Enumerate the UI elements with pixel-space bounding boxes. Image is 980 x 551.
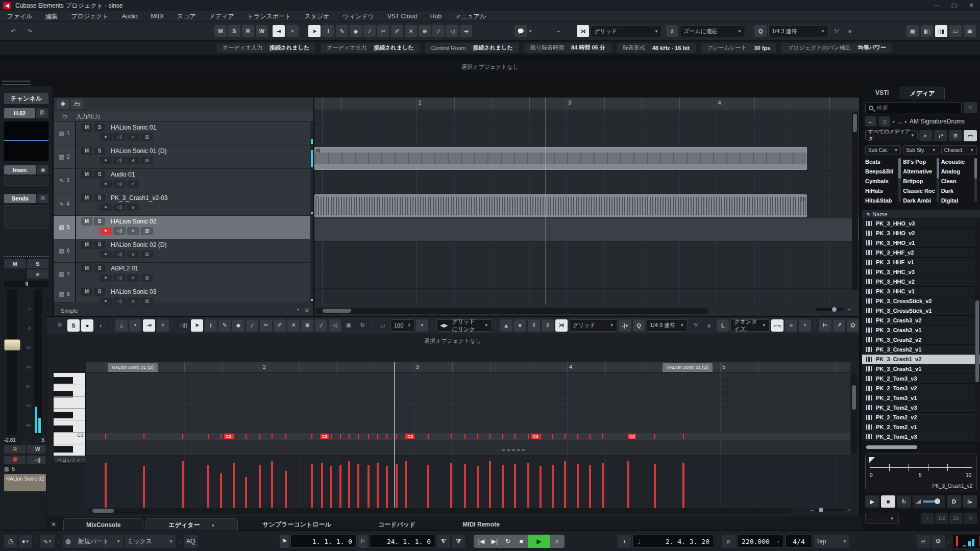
auto-quantize-button[interactable]: AQ — [184, 535, 198, 548]
filter-item[interactable]: Dark Ambi — [903, 196, 939, 206]
track-record-enable-button[interactable]: ● — [100, 227, 112, 235]
track-midi-keyboard-icon[interactable]: ▥ — [141, 133, 153, 141]
media-type-filter-select[interactable]: すべてのメディアタ.▼ — [865, 130, 918, 140]
lower-zone-tab-1[interactable]: エディター▼ — [145, 518, 238, 531]
transpose-octave-down-icon[interactable]: ⇩ — [542, 319, 554, 332]
track-edit-button[interactable]: e — [127, 297, 139, 305]
draw-tool[interactable]: ✎ — [336, 25, 348, 37]
media-file-row[interactable]: PK_2_Tom2_v2 — [862, 413, 980, 422]
midi-note[interactable] — [477, 434, 479, 439]
menu-11[interactable]: Hub — [430, 13, 442, 20]
velocity-bar[interactable] — [577, 464, 579, 508]
file-list-hscrollbar[interactable] — [865, 445, 977, 449]
filter-column-select-0[interactable]: Sub Cat.▼ — [865, 145, 901, 155]
comment-caret-icon[interactable]: ▼ — [528, 29, 532, 34]
track-solo-button[interactable]: S — [94, 123, 105, 132]
editor-zoom-control[interactable]: −＋ — [811, 506, 852, 514]
midi-note[interactable] — [396, 434, 398, 439]
quantize-preset-select[interactable]: クオンタイズ.▼ — [730, 319, 770, 332]
midi-note[interactable] — [464, 434, 466, 439]
track-monitor-button[interactable]: ◁) — [113, 251, 126, 258]
track-name[interactable]: HALion Sonic 01 — [111, 124, 156, 131]
track-body[interactable]: MSHALion Sonic 03●◁)e▥ — [76, 286, 310, 302]
editor-record-button[interactable]: ● — [81, 319, 93, 332]
filter-item[interactable]: Alternative — [903, 167, 939, 177]
write-automation-button[interactable]: W — [27, 445, 49, 454]
track-name[interactable]: ABPL2 01 — [111, 265, 138, 272]
filter-item[interactable]: Clean — [941, 177, 977, 186]
half-speed-button[interactable]: 1/2 — [935, 513, 948, 524]
filter-item[interactable]: Beats — [865, 157, 901, 167]
track-body[interactable]: MSABPL2 01●◁)e▥ — [76, 263, 310, 286]
filter-column-select-1[interactable]: Sub Sty.▼ — [903, 145, 939, 155]
velocity-bar[interactable] — [377, 463, 379, 508]
browse-back-icon[interactable]: ← — [865, 116, 876, 127]
media-file-row[interactable]: PK_3_Crash2_v1 — [862, 345, 980, 355]
undo-icon[interactable]: ↶ — [7, 25, 19, 37]
track-edit-button[interactable]: e — [127, 204, 139, 211]
preview-loop-button[interactable]: ↻ — [897, 495, 911, 508]
results-list-view-icon[interactable]: ≡ — [964, 102, 977, 113]
part-name-tab-0[interactable]: HALion Sonic 01 (D) — [108, 363, 158, 372]
editor-ruler[interactable]: 2345HALion Sonic 01 (D)HALion Sonic 01 (… — [86, 362, 850, 373]
insert-slot[interactable] — [4, 177, 48, 186]
track-body[interactable]: MSHALion Sonic 02●◁)e▥ — [76, 216, 310, 239]
media-search-box[interactable] — [865, 102, 962, 113]
read-all-button[interactable]: R — [242, 25, 254, 37]
preview-play-button[interactable]: ▶ — [865, 495, 879, 508]
track-mute-button[interactable]: M — [81, 217, 92, 226]
left-locator-flag-icon[interactable]: ⚑ — [280, 535, 289, 548]
media-file-row[interactable]: PK_2_Tom3_v2 — [862, 384, 980, 393]
lower-zone-tab-3[interactable]: コードパッド — [356, 518, 438, 531]
midi-note[interactable] — [552, 434, 554, 439]
iterative-quantize-icon[interactable]: ⅟ — [830, 25, 842, 37]
menu-5[interactable]: スコア — [177, 12, 196, 21]
status-badge-3[interactable]: 残り録音時間84 時間 05 分 — [524, 43, 611, 53]
preview-waveform[interactable]: 0 5 10 PK_3_Crash1_v2 — [865, 454, 977, 491]
editor-split-tool[interactable]: ✂ — [260, 319, 272, 332]
punch-out-icon[interactable]: ⧩ — [452, 535, 465, 548]
zones-setup-icon[interactable]: ▣ — [964, 25, 976, 37]
go-to-start-button[interactable]: |◀ — [475, 535, 488, 548]
insert-velocity-value[interactable]: 100⇕ — [390, 319, 414, 332]
autoplay-button[interactable]: D — [947, 495, 961, 508]
editor-indicate-icon[interactable]: ⊢ — [819, 319, 831, 332]
velocity-bar[interactable] — [552, 465, 554, 508]
sends-bypass-icon[interactable]: ✉ — [37, 194, 48, 203]
lower-zone-tab-2[interactable]: サンプラーコントロール — [240, 518, 354, 531]
status-badge-0[interactable]: オーディオ入力接続されました — [216, 43, 315, 53]
filter-item[interactable]: Classic Roc — [903, 186, 939, 196]
track-mute-button[interactable]: M — [81, 147, 92, 155]
transpose-down-icon[interactable]: ▼ — [514, 319, 526, 332]
velocity-bar[interactable] — [502, 465, 504, 508]
editor-comp-tool[interactable]: ∕ — [315, 319, 327, 332]
menu-7[interactable]: トランスポート — [248, 12, 291, 21]
channel-preset-button[interactable]: H.02 — [4, 108, 35, 118]
metronome-button[interactable]: ⍾ — [917, 535, 930, 548]
velocity-bar[interactable] — [405, 461, 407, 508]
track-midi-keyboard-icon[interactable]: ▥ — [141, 297, 153, 305]
track-edit-button[interactable]: e — [127, 274, 139, 282]
media-file-row[interactable]: PK_3_HHC_v1 — [862, 287, 980, 296]
midi-record-mode-select[interactable]: ◍新規パート▼ — [63, 535, 123, 548]
autoscroll-options-icon[interactable]: ▼ — [286, 25, 299, 37]
editor-quantize-panel-icon[interactable]: e — [703, 319, 715, 332]
line-tool[interactable]: ∕ — [363, 25, 376, 37]
search-input[interactable] — [876, 105, 958, 111]
punch-in-icon[interactable]: ⧨ — [437, 535, 450, 548]
pin-editor-icon[interactable]: ⟐ — [54, 319, 66, 332]
track-monitor-button[interactable]: ◁) — [113, 180, 126, 188]
filter-column-scrollbar[interactable] — [974, 158, 977, 202]
tap-tempo-button[interactable]: Tap▼ — [814, 535, 849, 548]
volume-knob[interactable] — [935, 498, 940, 504]
record-button[interactable]: ○ — [550, 535, 564, 548]
media-file-row[interactable]: PK_2_Tom1_v3 — [862, 432, 980, 442]
velocity-bar[interactable] — [321, 463, 323, 508]
name-column-header[interactable]: Name — [872, 211, 887, 217]
status-badge-2[interactable]: Control Room接続されました — [425, 43, 519, 53]
status-badge-1[interactable]: オーディオ出力接続されました — [321, 43, 420, 53]
solo-all-button[interactable]: S — [228, 25, 240, 37]
beat-sync-icon[interactable]: ♪ — [921, 513, 934, 524]
midi-note[interactable] — [233, 434, 235, 439]
track-row-2[interactable]: ▥2MSHALion Sonic 01 (D)●◁)e▥ — [54, 145, 313, 169]
